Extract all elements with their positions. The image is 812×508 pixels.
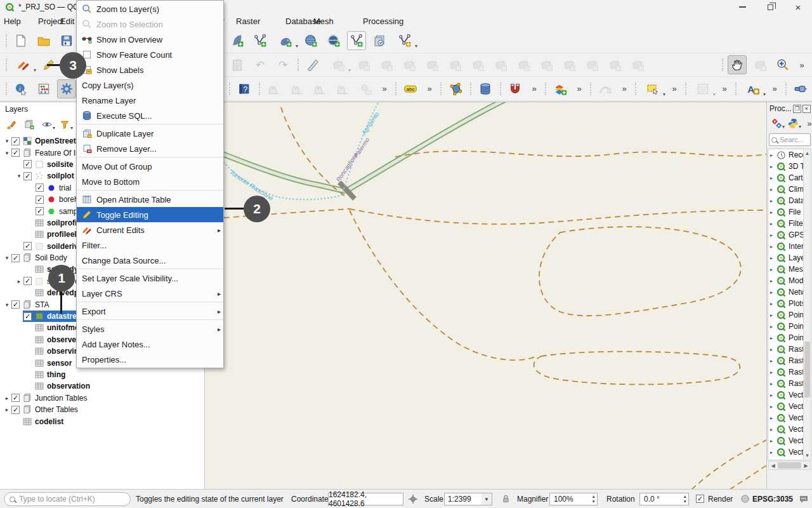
layer-checkbox[interactable]: ✓: [36, 184, 44, 192]
processing-group[interactable]: ▸ Raster terrain analysis: [768, 366, 803, 378]
paste-features-button[interactable]: ▾: [228, 55, 247, 74]
menubar-item[interactable]: Processing: [359, 14, 407, 29]
raster-brightness-button[interactable]: ▾: [356, 79, 375, 98]
python-scripts-button[interactable]: ▾: [785, 116, 801, 131]
labeling-overflow-button[interactable]: »▾: [769, 79, 780, 98]
restore-button[interactable]: [756, 0, 784, 14]
statistical-summary-button[interactable]: ▾: [34, 79, 53, 98]
expander-icon[interactable]: ▾: [15, 173, 23, 179]
processing-group[interactable]: ▸ Filter: [768, 218, 803, 229]
toolbar-overflow-button[interactable]: »▾: [796, 55, 808, 74]
reshape-features-button[interactable]: ▾: [445, 55, 464, 74]
close-button[interactable]: ×: [784, 0, 812, 14]
vector-tiles-button[interactable]: ▾: [791, 79, 810, 98]
float-panel-button[interactable]: ❐: [793, 105, 801, 113]
label-overflow-button[interactable]: »▾: [424, 79, 435, 98]
layer-row[interactable]: ✓ observation: [0, 380, 204, 392]
processing-group[interactable]: ▸ Vector table: [768, 458, 803, 460]
expander-icon[interactable]: ▸: [15, 278, 23, 284]
processing-group[interactable]: ▸ Point cloud extraction: [768, 332, 803, 344]
processing-group[interactable]: ▸ Interpolation: [768, 241, 803, 252]
layer-checkbox[interactable]: ✓: [11, 406, 20, 414]
expander-icon[interactable]: ▸: [770, 152, 776, 158]
label-toolbar-button[interactable]: ▾: [401, 79, 420, 98]
expander-icon[interactable]: ▾: [3, 150, 11, 156]
panel-overflow-button[interactable]: »▾: [802, 116, 812, 131]
expander-icon[interactable]: ▸: [770, 290, 776, 295]
layer-checkbox[interactable]: ✓: [11, 394, 20, 402]
current-edits-button[interactable]: ▾: [11, 55, 36, 74]
processing-group[interactable]: ▸ Vector analysis: [768, 389, 803, 401]
form-overflow-button[interactable]: »▾: [719, 79, 730, 98]
raster-overflow-button[interactable]: »▾: [379, 79, 390, 98]
expander-icon[interactable]: ▸: [770, 301, 776, 307]
split-features-button[interactable]: ▾: [422, 55, 442, 74]
processing-group[interactable]: ▸ Recently used: [768, 149, 803, 161]
expander-icon[interactable]: ▸: [770, 347, 776, 352]
context-menu-item[interactable]: Copy Layer(s) ▸: [77, 77, 223, 93]
context-menu-item[interactable]: Show Labels ▸: [77, 62, 223, 77]
lock-icon[interactable]: [501, 494, 511, 504]
processing-group[interactable]: ▸ Network analysis: [768, 286, 803, 298]
processing-group[interactable]: ▸ Vector selection: [768, 446, 803, 458]
undo-button[interactable]: ↶▾: [251, 55, 270, 74]
processing-search-input[interactable]: Searc...: [769, 133, 811, 146]
new-shapefile-button[interactable]: ▾: [228, 31, 247, 50]
close-panel-button[interactable]: ×: [802, 105, 811, 113]
expander-icon[interactable]: ▸: [770, 392, 776, 398]
redo-button[interactable]: ↷▾: [273, 55, 292, 74]
expander-icon[interactable]: ▸: [770, 187, 776, 192]
context-menu-item[interactable]: Properties... ▸: [77, 352, 223, 367]
identify-features-button[interactable]: ▾: [11, 79, 30, 98]
processing-options-button[interactable]: ▾: [769, 116, 784, 131]
expander-icon[interactable]: ▸: [770, 210, 776, 215]
context-menu-item[interactable]: Set Layer Scale Visibility... ▸: [77, 271, 223, 286]
merge-features-button[interactable]: ▾: [582, 55, 601, 74]
expander-icon[interactable]: ▸: [770, 175, 776, 181]
context-menu-item[interactable]: Show in Overview ▸: [77, 32, 223, 47]
layer-checkbox[interactable]: ✓: [11, 149, 20, 157]
open-form-button[interactable]: ▾: [691, 79, 715, 98]
add-group-button[interactable]: ▾: [22, 117, 37, 132]
context-menu-item[interactable]: Zoom to Selection ▸: [77, 17, 223, 32]
expander-icon[interactable]: ▸: [770, 164, 776, 170]
processing-group[interactable]: ▸ Cartography: [768, 172, 803, 184]
expander-icon[interactable]: ▾: [3, 138, 11, 144]
processing-group[interactable]: ▸ Vector overlay: [768, 435, 803, 446]
pan-to-selection-button[interactable]: ▾: [750, 55, 769, 74]
add-wfs-layer-button[interactable]: ▾: [347, 31, 366, 50]
expander-icon[interactable]: ▸: [770, 427, 776, 432]
layer-checkbox[interactable]: ✓: [36, 207, 44, 215]
menubar-item[interactable]: Mesh: [310, 14, 337, 29]
layer-row[interactable]: ✓ codelist: [0, 415, 204, 427]
expander-icon[interactable]: ▸: [770, 267, 776, 272]
expander-icon[interactable]: ▸: [770, 450, 776, 455]
expander-icon[interactable]: ▸: [770, 404, 776, 410]
context-menu-item[interactable]: Styles ▸: [77, 321, 223, 337]
labeling-options-button[interactable]: ▾: [741, 79, 765, 98]
menubar-item[interactable]: Help: [0, 14, 25, 29]
processing-group[interactable]: ▸ Raster analysis: [768, 344, 803, 355]
layer-checkbox[interactable]: ✓: [23, 312, 32, 321]
delete-ring-button[interactable]: ▾: [537, 55, 556, 74]
processing-group[interactable]: ▸ Models: [768, 275, 803, 286]
snapping-overflow-button[interactable]: »▾: [528, 79, 540, 98]
new-project-button[interactable]: ▾: [11, 31, 30, 50]
processing-group[interactable]: ▸ Mesh: [768, 264, 803, 275]
scrollbar-thumb[interactable]: [778, 462, 801, 469]
help-button[interactable]: ▾: [235, 79, 254, 98]
processing-group[interactable]: ▸ Layer tools: [768, 252, 803, 264]
select-overflow-button[interactable]: »▾: [669, 79, 680, 98]
add-arcgis-layer-button[interactable]: ▾: [370, 31, 389, 50]
context-menu-item[interactable]: Duplicate Layer ▸: [77, 126, 223, 141]
expander-icon[interactable]: ▾: [3, 255, 11, 261]
expander-icon[interactable]: ▸: [770, 232, 776, 238]
layer-checkbox[interactable]: ✓: [23, 172, 32, 180]
topology-checker-button[interactable]: ▾: [446, 79, 465, 98]
locator-search-input[interactable]: Type to locate (Ctrl+K): [4, 492, 131, 506]
horizontal-scrollbar[interactable]: ◀▶: [768, 461, 811, 470]
context-menu-item[interactable]: Toggle Editing ▸: [77, 207, 223, 222]
layer-row[interactable]: ✓ thing: [0, 369, 204, 380]
expander-icon[interactable]: ▸: [770, 438, 776, 444]
expander-icon[interactable]: ▸: [770, 255, 776, 261]
